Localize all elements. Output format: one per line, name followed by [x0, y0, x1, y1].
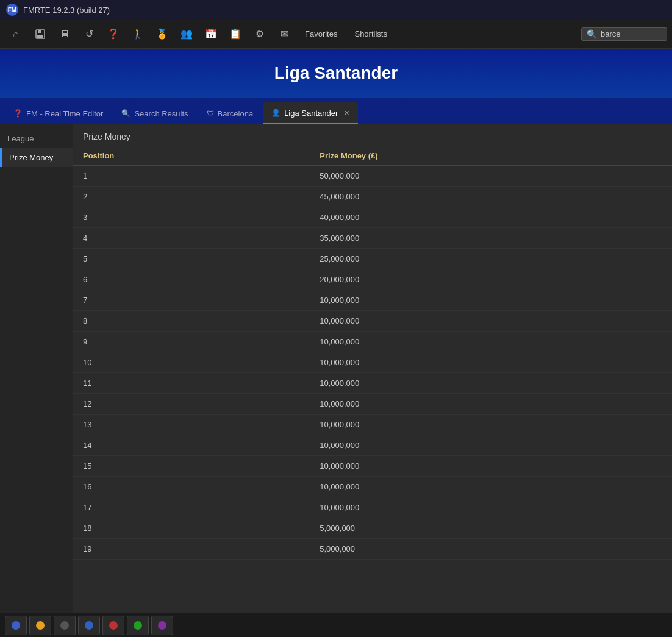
banner: Liga Santander	[0, 49, 672, 98]
people-button[interactable]: 👥	[176, 23, 198, 45]
taskbar-icon-6	[134, 621, 142, 630]
cell-position: 6	[73, 269, 310, 290]
tab-barcelona[interactable]: 🛡 Barcelona	[198, 102, 262, 124]
cell-position: 10	[73, 352, 310, 373]
taskbar-icon-5	[109, 621, 118, 630]
search-box: 🔍	[581, 27, 667, 41]
cell-prize: 10,000,000	[310, 394, 672, 415]
reload-button[interactable]: ↺	[78, 23, 100, 45]
cell-position: 8	[73, 311, 310, 332]
prize-table-body: 150,000,000245,000,000340,000,000435,000…	[73, 166, 672, 560]
home-button[interactable]: ⌂	[5, 23, 27, 45]
tab-liga-santander-label: Liga Santander	[284, 109, 338, 118]
taskbar-icon-4	[85, 621, 93, 630]
cell-position: 14	[73, 435, 310, 456]
tab-liga-santander-close[interactable]: ✕	[344, 109, 349, 117]
taskbar-item-2[interactable]	[29, 616, 51, 635]
taskbar-item-4[interactable]	[78, 616, 100, 635]
sidebar-item-prize-money[interactable]: Prize Money	[0, 148, 73, 167]
cell-prize: 5,000,000	[310, 518, 672, 539]
table-row: 1710,000,000	[73, 497, 672, 518]
tab-search-results-label: Search Results	[134, 109, 188, 118]
cell-prize: 10,000,000	[310, 435, 672, 456]
sidebar: League Prize Money	[0, 124, 73, 613]
taskbar-item-5[interactable]	[102, 616, 124, 635]
table-row: 620,000,000	[73, 269, 672, 290]
table-row: 1210,000,000	[73, 394, 672, 415]
table-row: 435,000,000	[73, 228, 672, 249]
cell-position: 3	[73, 207, 310, 228]
cell-position: 2	[73, 187, 310, 207]
cell-prize: 40,000,000	[310, 207, 672, 228]
cell-prize: 10,000,000	[310, 332, 672, 352]
svg-rect-1	[38, 30, 41, 33]
help-button[interactable]: ❓	[102, 23, 124, 45]
cell-prize: 10,000,000	[310, 456, 672, 477]
settings-button[interactable]: ⚙	[249, 23, 271, 45]
col-header-position: Position	[73, 146, 310, 166]
tab-search-results-icon: 🔍	[121, 109, 130, 118]
table-row: 1010,000,000	[73, 352, 672, 373]
cell-position: 5	[73, 249, 310, 269]
taskbar-item-1[interactable]	[5, 616, 27, 635]
cell-position: 1	[73, 166, 310, 187]
cell-position: 17	[73, 497, 310, 518]
table-row: 1110,000,000	[73, 373, 672, 394]
tab-fm-editor[interactable]: ❓ FM - Real Time Editor	[5, 102, 112, 124]
table-row: 1610,000,000	[73, 477, 672, 497]
table-row: 340,000,000	[73, 207, 672, 228]
taskbar-icon-2	[36, 621, 45, 630]
tab-barcelona-label: Barcelona	[218, 109, 254, 118]
taskbar-icon-3	[60, 621, 69, 630]
sidebar-item-league[interactable]: League	[0, 129, 73, 148]
cell-prize: 10,000,000	[310, 290, 672, 311]
mail-button[interactable]: ✉	[273, 23, 295, 45]
table-row: 150,000,000	[73, 166, 672, 187]
shortlists-button[interactable]: Shortlists	[347, 27, 394, 41]
table-row: 195,000,000	[73, 539, 672, 560]
cell-position: 9	[73, 332, 310, 352]
calendar-button[interactable]: 📅	[200, 23, 222, 45]
monitor-button[interactable]: 🖥	[54, 23, 76, 45]
table-row: 910,000,000	[73, 332, 672, 352]
save-button[interactable]	[29, 23, 51, 45]
cell-prize: 10,000,000	[310, 477, 672, 497]
taskbar-item-6[interactable]	[127, 616, 149, 635]
table-row: 245,000,000	[73, 187, 672, 207]
banner-title: Liga Santander	[274, 63, 398, 83]
badge-button[interactable]: 🏅	[151, 23, 173, 45]
taskbar-item-3[interactable]	[54, 616, 76, 635]
walk-button[interactable]: 🚶	[127, 23, 149, 45]
cell-prize: 10,000,000	[310, 352, 672, 373]
cell-position: 11	[73, 373, 310, 394]
tab-fm-editor-label: FM - Real Time Editor	[26, 109, 103, 118]
prize-money-table: Position Prize Money (£) 150,000,000245,…	[73, 146, 672, 560]
tab-liga-santander[interactable]: 👤 Liga Santander ✕	[263, 102, 358, 124]
sidebar-item-prize-money-label: Prize Money	[9, 153, 53, 162]
cell-position: 7	[73, 290, 310, 311]
cell-prize: 25,000,000	[310, 249, 672, 269]
cell-prize: 20,000,000	[310, 269, 672, 290]
tab-search-results[interactable]: 🔍 Search Results	[113, 102, 196, 124]
main-area: League Prize Money Prize Money Position …	[0, 124, 672, 613]
tab-barcelona-icon: 🛡	[207, 109, 214, 118]
taskbar-item-7[interactable]	[151, 616, 173, 635]
cell-position: 12	[73, 394, 310, 415]
cell-prize: 10,000,000	[310, 415, 672, 435]
app-icon: FM	[6, 4, 18, 16]
svg-rect-2	[37, 35, 43, 38]
cell-prize: 35,000,000	[310, 228, 672, 249]
cell-prize: 50,000,000	[310, 166, 672, 187]
cell-prize: 5,000,000	[310, 539, 672, 560]
col-header-prize: Prize Money (£)	[310, 146, 672, 166]
notes-button[interactable]: 📋	[224, 23, 246, 45]
section-title: Prize Money	[73, 124, 672, 146]
cell-prize: 45,000,000	[310, 187, 672, 207]
content-area: Prize Money Position Prize Money (£) 150…	[73, 124, 672, 613]
search-input[interactable]	[601, 29, 662, 38]
table-row: 1510,000,000	[73, 456, 672, 477]
table-row: 525,000,000	[73, 249, 672, 269]
favorites-button[interactable]: Favorites	[298, 27, 345, 41]
table-row: 1310,000,000	[73, 415, 672, 435]
cell-prize: 10,000,000	[310, 497, 672, 518]
